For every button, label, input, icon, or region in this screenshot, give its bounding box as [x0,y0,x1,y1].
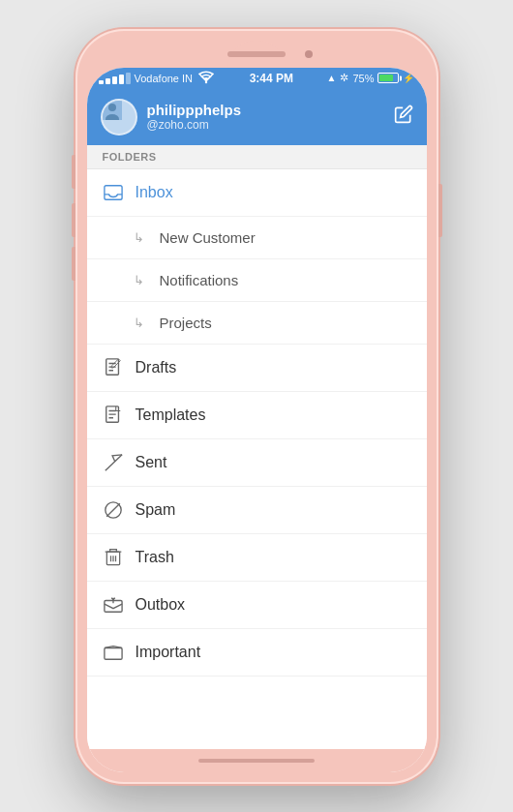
battery-indicator [377,73,399,83]
templates-label: Templates [136,406,206,424]
folder-item-trash[interactable]: Trash [87,534,427,582]
drafts-label: Drafts [136,359,177,376]
spam-label: Spam [136,501,176,519]
folder-item-projects[interactable]: ↳ Projects [87,302,427,345]
folder-item-drafts[interactable]: Drafts [87,345,427,392]
sub-arrow-icon: ↳ [134,230,144,245]
folder-item-important[interactable]: Important [87,629,427,677]
signal-icon [99,73,131,84]
folder-item-notifications[interactable]: ↳ Notifications [87,259,427,302]
inbox-label: Inbox [136,184,173,201]
sent-label: Sent [136,454,167,471]
folder-item-sent[interactable]: Sent [87,439,427,487]
speaker [227,51,286,57]
location-icon: ▲ [327,73,337,83]
templates-icon [103,405,124,426]
svg-rect-16 [104,647,121,659]
folders-section: FOLDERS Inbox ↳ New Customer [87,145,427,749]
avatar [101,99,137,135]
compose-button[interactable] [394,105,413,129]
status-left: Vodafone IN [99,68,217,89]
trash-label: Trash [136,549,174,566]
user-info: philippphelps @zoho.com [101,99,242,135]
new-customer-label: New Customer [160,229,256,246]
folder-item-spam[interactable]: Spam [87,487,427,534]
inbox-icon [103,182,124,203]
user-details: philippphelps @zoho.com [147,102,242,132]
projects-label: Projects [160,315,212,331]
trash-icon [103,547,124,568]
time-display: 3:44 PM [250,72,293,85]
important-icon [103,642,124,663]
battery-fill [379,75,393,81]
outbox-icon [103,594,124,616]
phone-frame: Vodafone IN 3:44 PM ▲ ✲ 75% [75,29,438,784]
camera [305,50,313,58]
svg-point-0 [205,80,207,82]
important-label: Important [136,644,201,661]
sub-arrow-icon: ↳ [134,316,144,330]
charging-icon: ⚡ [403,73,414,83]
phone-screen: Vodafone IN 3:44 PM ▲ ✲ 75% [87,68,427,772]
section-header-folders: FOLDERS [87,145,427,169]
sub-arrow-icon: ↳ [134,273,144,287]
status-right: ▲ ✲ 75% ⚡ [327,72,415,84]
sent-icon [103,452,124,473]
phone-top [227,41,286,68]
folder-item-inbox[interactable]: Inbox [87,169,427,217]
phone-wrapper: Vodafone IN 3:44 PM ▲ ✲ 75% [0,0,513,812]
username-display: philippphelps [147,102,242,118]
spam-icon [103,499,124,521]
wifi-icon [196,68,216,89]
drafts-icon [103,357,124,378]
home-indicator [87,749,427,772]
folder-item-new-customer[interactable]: ↳ New Customer [87,217,427,259]
folder-item-outbox[interactable]: Outbox [87,582,427,629]
home-bar [198,759,315,763]
folder-item-templates[interactable]: Templates [87,392,427,439]
battery-percent: 75% [352,73,374,84]
carrier-name: Vodafone IN [135,73,194,84]
outbox-label: Outbox [136,596,186,614]
svg-point-2 [108,104,116,111]
app-header: philippphelps @zoho.com [87,89,427,145]
user-email-display: @zoho.com [147,118,242,132]
notifications-label: Notifications [160,272,239,288]
bluetooth-icon: ✲ [340,72,348,84]
status-bar: Vodafone IN 3:44 PM ▲ ✲ 75% [87,68,427,89]
svg-line-9 [106,503,120,517]
